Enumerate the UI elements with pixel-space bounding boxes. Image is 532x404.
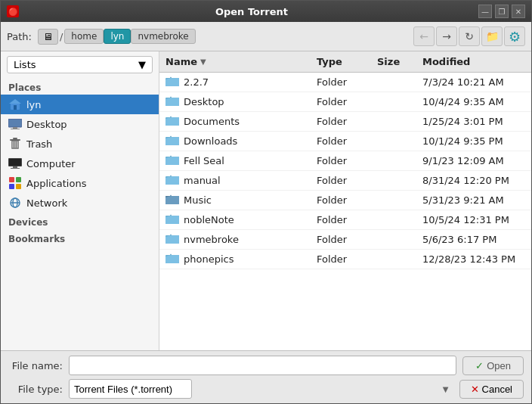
sidebar-item-desktop-label: Desktop <box>26 119 67 130</box>
table-row[interactable]: Music Folder 5/31/23 9:21 AM 5/1/23 9:58… <box>159 191 531 210</box>
cancel-button[interactable]: ✕ Cancel <box>459 380 524 399</box>
file-size <box>371 191 416 210</box>
file-modified: 8/31/24 12:20 PM <box>416 171 531 190</box>
app-icon: 🔴 <box>7 5 19 17</box>
network-icon <box>8 196 22 210</box>
file-modified: 1/25/24 3:01 PM <box>416 112 531 131</box>
file-name: 2.2.7 <box>159 73 311 92</box>
file-type: Folder <box>311 171 371 190</box>
folder-icon <box>165 174 179 187</box>
settings-button[interactable]: ⚙ <box>504 26 525 46</box>
file-name: Desktop <box>159 92 311 111</box>
table-row[interactable]: nobleNote Folder 10/5/24 12:31 PM 10/5/2… <box>159 210 531 230</box>
table-row[interactable]: Documents Folder 1/25/24 3:01 PM 5/1/23 … <box>159 112 531 132</box>
window-title: Open Torrent <box>25 6 478 17</box>
breadcrumb-lyn[interactable]: lyn <box>104 29 131 44</box>
file-type: Folder <box>311 250 371 269</box>
forward-button[interactable]: → <box>436 26 457 46</box>
table-row[interactable]: Downloads Folder 10/1/24 9:35 PM 5/1/23 … <box>159 132 531 151</box>
filetype-row: File type: Torrent Files (*.torrent) ▼ ✕… <box>8 379 524 399</box>
header-type[interactable]: Type <box>311 54 371 69</box>
file-type: Folder <box>311 92 371 111</box>
filetype-label: File type: <box>8 384 63 395</box>
file-modified: 5/6/23 6:17 PM <box>416 230 531 249</box>
table-row[interactable]: Fell Seal Folder 9/1/23 12:09 AM 9/1/23 … <box>159 151 531 171</box>
file-size <box>371 92 416 111</box>
folder-icon <box>165 154 179 167</box>
breadcrumb-drive[interactable]: 🖥 <box>38 29 58 45</box>
file-name: nobleNote <box>159 210 311 229</box>
svg-rect-19 <box>16 184 21 189</box>
table-row[interactable]: nvmebroke Folder 5/6/23 6:17 PM 5/6/23 6… <box>159 230 531 250</box>
file-size <box>371 230 416 249</box>
file-list-area: Name ▼ Type Size Modified Created <box>159 51 531 350</box>
sidebar-item-computer[interactable]: Computer <box>1 154 159 173</box>
file-name: Fell Seal <box>159 151 311 170</box>
sidebar-item-computer-label: Computer <box>26 158 76 169</box>
file-name: manual <box>159 171 311 190</box>
folder-icon <box>165 135 179 148</box>
sidebar-item-desktop[interactable]: Desktop <box>1 114 159 134</box>
devices-label: Devices <box>1 213 159 229</box>
file-list-scroll[interactable]: 2.2.7 Folder 7/3/24 10:21 AM 7/3/24 10:2… <box>159 73 531 350</box>
select-arrow-icon: ▼ <box>443 385 449 393</box>
path-label: Path: <box>7 31 32 42</box>
file-name: Music <box>159 191 311 210</box>
svg-rect-4 <box>13 127 17 129</box>
file-size <box>371 151 416 170</box>
checkmark-icon: ✓ <box>475 360 484 371</box>
lists-dropdown-arrow: ▼ <box>138 59 146 70</box>
lists-label: Lists <box>14 59 36 70</box>
sidebar-item-trash[interactable]: Trash <box>1 134 159 154</box>
close-button[interactable]: ✕ <box>512 5 525 18</box>
table-row[interactable]: 2.2.7 Folder 7/3/24 10:21 AM 7/3/24 10:2… <box>159 73 531 92</box>
sidebar-item-network-label: Network <box>26 197 67 209</box>
computer-icon <box>8 157 22 170</box>
table-row[interactable]: Desktop Folder 10/4/24 9:35 AM 5/1/23 9:… <box>159 92 531 112</box>
file-type: Folder <box>311 112 371 131</box>
header-modified[interactable]: Modified <box>416 54 531 69</box>
svg-rect-16 <box>9 177 14 182</box>
svg-rect-13 <box>9 159 21 166</box>
applications-icon <box>8 176 22 190</box>
header-size[interactable]: Size <box>371 54 416 69</box>
file-modified: 9/1/23 12:09 AM <box>416 151 531 170</box>
svg-rect-15 <box>11 168 20 169</box>
home-icon <box>8 98 22 111</box>
file-modified: 10/1/24 9:35 PM <box>416 132 531 151</box>
cancel-label: Cancel <box>482 384 512 395</box>
file-name: Downloads <box>159 132 311 151</box>
svg-rect-3 <box>8 119 22 127</box>
header-name[interactable]: Name ▼ <box>159 54 311 69</box>
sidebar-item-applications-label: Applications <box>26 178 86 189</box>
trash-icon <box>8 137 22 151</box>
filetype-wrapper: Torrent Files (*.torrent) ▼ <box>69 379 453 399</box>
refresh-button[interactable]: ↻ <box>459 26 480 46</box>
file-modified: 5/31/23 9:21 AM <box>416 191 531 210</box>
table-row[interactable]: phonepics Folder 12/28/23 12:43 PM 12/28… <box>159 250 531 269</box>
sidebar-item-network[interactable]: Network <box>1 193 159 213</box>
maximize-button[interactable]: ❐ <box>495 5 509 18</box>
table-row[interactable]: manual Folder 8/31/24 12:20 PM 5/4/23 4:… <box>159 171 531 191</box>
breadcrumb-nvmebroke[interactable]: nvmebroke <box>131 29 195 44</box>
new-folder-button[interactable]: 📁 <box>481 26 503 46</box>
lists-dropdown[interactable]: Lists ▼ <box>7 56 153 73</box>
breadcrumb-home[interactable]: home <box>64 29 104 44</box>
file-type: Folder <box>311 191 371 210</box>
minimize-button[interactable]: — <box>478 5 492 18</box>
sort-arrow: ▼ <box>200 57 206 66</box>
file-size <box>371 73 416 92</box>
cancel-button-area: ✕ Cancel <box>459 380 524 399</box>
file-list-header: Name ▼ Type Size Modified Created <box>159 51 531 73</box>
filetype-select[interactable]: Torrent Files (*.torrent) <box>69 379 192 399</box>
sidebar-item-lyn[interactable]: lyn <box>1 95 159 114</box>
filename-input[interactable] <box>69 356 456 375</box>
breadcrumb: 🖥 / home lyn nvmebroke <box>38 29 196 45</box>
main-content: Lists ▼ Places lyn Desktop <box>1 51 531 350</box>
svg-rect-5 <box>11 129 20 129</box>
svg-rect-2 <box>14 105 17 110</box>
sidebar-item-applications[interactable]: Applications <box>1 173 159 193</box>
open-button[interactable]: ✓ Open <box>462 356 524 375</box>
back-button[interactable]: ← <box>413 26 435 46</box>
file-type: Folder <box>311 230 371 249</box>
